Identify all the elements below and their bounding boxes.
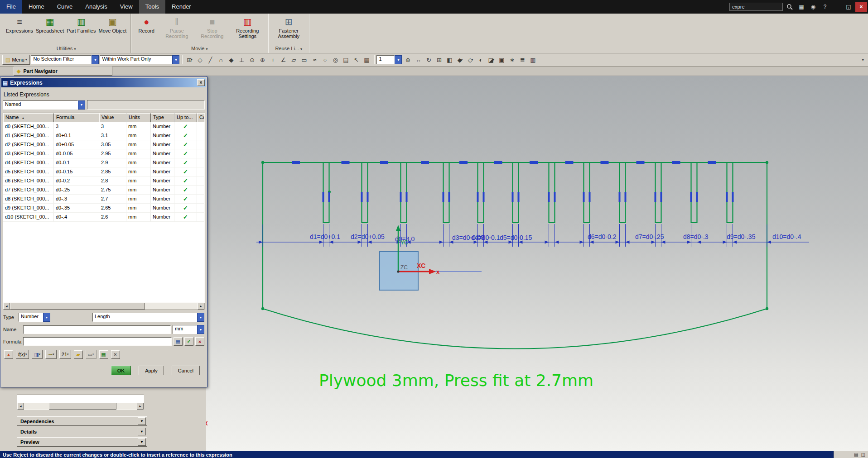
scroll-thumb[interactable] [49, 403, 116, 410]
zoom-icon[interactable]: ⊕ [403, 55, 413, 65]
orient-view-icon[interactable]: ↖ [351, 55, 361, 65]
bounded-plane-snap-icon[interactable]: ▭ [299, 55, 309, 65]
panel-section-dependencies[interactable]: Dependencies▾ [17, 416, 147, 426]
dimension-label[interactable]: d8=d0-.3 [683, 233, 709, 240]
help-icon[interactable]: ? [820, 2, 830, 12]
dimension-label[interactable]: d9=d0-.35 [727, 233, 756, 240]
snap-point-options-icon[interactable]: ⊞▾ [184, 55, 194, 65]
rendering-style-icon[interactable]: ◆▾ [455, 55, 465, 65]
chevron-down-icon[interactable]: ▾ [138, 428, 146, 435]
units-combo[interactable]: mm ▾ [173, 325, 204, 334]
expression-row-d7[interactable]: d7 (SKETCH_000...d0-.252.75mmNumber✓ [3, 186, 204, 195]
ribbon-button-expressions[interactable]: ≡Expressions [5, 15, 34, 34]
dimension-label[interactable]: d4=d0-0.1 [471, 234, 500, 241]
scroll-track[interactable] [24, 403, 137, 410]
dimension-label[interactable]: d2=d0+0.05 [351, 233, 385, 240]
sketch-vertex[interactable] [766, 161, 768, 164]
chevron-down-icon[interactable]: ▾ [43, 313, 50, 322]
new-expression-button[interactable]: ▲ [4, 350, 13, 359]
existing-point-snap-icon[interactable]: + [268, 55, 278, 65]
toolbar-overflow-icon[interactable]: ▾ [862, 57, 866, 62]
expression-row-d10[interactable]: d10 (SKETCH_00...d0-.42.6mmNumber✓ [3, 213, 204, 222]
measure-button[interactable]: ⊶ ▾ [45, 350, 57, 359]
expression-row-d6[interactable]: d6 (SKETCH_000...d0-0.22.8mmNumber✓ [3, 177, 204, 186]
selection-filter-combo[interactable]: No Selection Filter ▾ [31, 55, 99, 64]
dimension-label[interactable]: d7=d0-.25 [635, 233, 664, 240]
sketch-bottom-curve[interactable] [263, 309, 767, 349]
window-icon[interactable]: ▣ [497, 55, 506, 65]
panel-section-preview[interactable]: Preview▾ [17, 437, 147, 447]
ribbon-button-record[interactable]: ●Record [134, 15, 159, 34]
scroll-right-icon[interactable]: ► [137, 403, 144, 410]
selection-scope-combo[interactable]: Within Work Part Only ▾ [100, 55, 179, 64]
units-conversion-button[interactable]: 21 ▾ [59, 350, 71, 359]
dialog-close-button[interactable]: × [197, 79, 205, 86]
window-layout-icon[interactable]: ▦ [796, 2, 806, 12]
column-header-type[interactable]: Type [151, 113, 174, 122]
part-navigator-tab[interactable]: ◈ Part Navigator [14, 67, 112, 76]
dimension-label[interactable]: d1=d0+0.1 [310, 233, 340, 240]
ok-button[interactable]: OK [111, 366, 131, 375]
column-header-units[interactable]: Units [126, 113, 151, 122]
shaded-view-icon[interactable]: ◧ [444, 55, 454, 65]
dimension-label[interactable]: d5=d0-0.15 [500, 234, 532, 241]
edit-comment-button[interactable]: ▰ [74, 350, 83, 359]
wcs-origin[interactable] [397, 270, 399, 272]
show-hide-icon[interactable]: ◐ [476, 55, 486, 65]
ribbon-group-label-movie[interactable]: Movie ▾ [134, 46, 265, 53]
expression-row-d8[interactable]: d8 (SKETCH_000...d0-.32.7mmNumber✓ [3, 195, 204, 204]
formula-list-button[interactable]: ▦ [174, 337, 183, 346]
column-header-name[interactable]: Name ▲ [3, 113, 54, 122]
sketch-vertex[interactable] [766, 307, 768, 310]
chevron-down-icon[interactable]: ▾ [92, 55, 99, 64]
function-button[interactable]: f(x) ▾ [16, 350, 29, 359]
ribbon-group-label-utilities[interactable]: Utilities ▾ [5, 46, 128, 53]
menu-tab-view[interactable]: View [114, 0, 139, 14]
close-button[interactable]: × [855, 2, 867, 12]
navigator-hscrollbar[interactable]: ◄ ► [17, 403, 144, 410]
sketch-vertex[interactable] [261, 161, 264, 164]
user-icon[interactable]: ◉ [808, 2, 818, 12]
scroll-right-icon[interactable]: ► [198, 303, 204, 310]
chevron-down-icon[interactable]: ▾ [78, 100, 85, 110]
scroll-left-icon[interactable]: ◄ [3, 303, 10, 310]
menu-tab-curve[interactable]: Curve [51, 0, 79, 14]
ribbon-button-spreadsheet[interactable]: ▦Spreadsheet [34, 15, 65, 34]
menu-tab-analysis[interactable]: Analysis [79, 0, 113, 14]
command-search-input[interactable] [729, 3, 783, 11]
scroll-left-icon[interactable]: ◄ [17, 403, 24, 410]
sketch-vertex[interactable] [261, 307, 264, 310]
dimension-label[interactable]: d10=d0-.4 [772, 233, 801, 240]
ribbon-group-label-reuse-li[interactable]: Reuse Li... ▾ [271, 46, 306, 53]
pan-icon[interactable]: ↔ [413, 55, 423, 65]
ribbon-button-fastener-assembly[interactable]: ⊞Fastener Assembly [271, 15, 306, 40]
menu-tab-home[interactable]: Home [22, 0, 51, 14]
point-on-surface-snap-icon[interactable]: ▱ [289, 55, 299, 65]
interpart-reference-button[interactable]: ◨ ▾ [32, 350, 43, 359]
restore-button[interactable]: ◱ [844, 2, 854, 12]
rotate-view-icon[interactable]: ↻ [424, 55, 434, 65]
table-hscrollbar[interactable]: ◄ ► [3, 303, 205, 310]
ribbon-button-part-families[interactable]: ▥Part Families [65, 15, 97, 34]
chevron-down-icon[interactable]: ▾ [395, 55, 402, 64]
panel-section-details[interactable]: Details▾ [17, 427, 147, 436]
dialog-titlebar[interactable]: ▤ Expressions × [1, 78, 206, 87]
expression-row-d1[interactable]: d1 (SKETCH_000...d0+0.13.1mmNumber✓ [3, 131, 204, 140]
table-tool-icon[interactable]: ▤ [341, 55, 351, 65]
search-icon[interactable] [785, 2, 795, 12]
control-point-snap-icon[interactable]: ◆ [226, 55, 236, 65]
chevron-down-icon[interactable]: ▾ [138, 438, 146, 446]
minimize-button[interactable]: – [832, 2, 842, 12]
menu-tab-render[interactable]: Render [165, 0, 198, 14]
mid-point-snap-icon[interactable]: ∩ [216, 55, 226, 65]
expression-row-d9[interactable]: d9 (SKETCH_000...d0-.352.65mmNumber✓ [3, 204, 204, 213]
fit-view-icon[interactable]: ⊞ [434, 55, 444, 65]
menu-tab-tools[interactable]: Tools [139, 0, 165, 14]
column-header-upto[interactable]: Up to... [174, 113, 197, 122]
expression-row-d2[interactable]: d2 (SKETCH_000...d0+0.053.05mmNumber✓ [3, 140, 204, 149]
dimensionality-combo[interactable]: Length ▾ [92, 313, 204, 322]
column-header-value[interactable]: Value [99, 113, 126, 122]
effects-icon[interactable]: ∗ [507, 55, 517, 65]
column-header-comment[interactable]: Co [197, 113, 204, 122]
history-icon[interactable]: ◫ [861, 452, 865, 457]
